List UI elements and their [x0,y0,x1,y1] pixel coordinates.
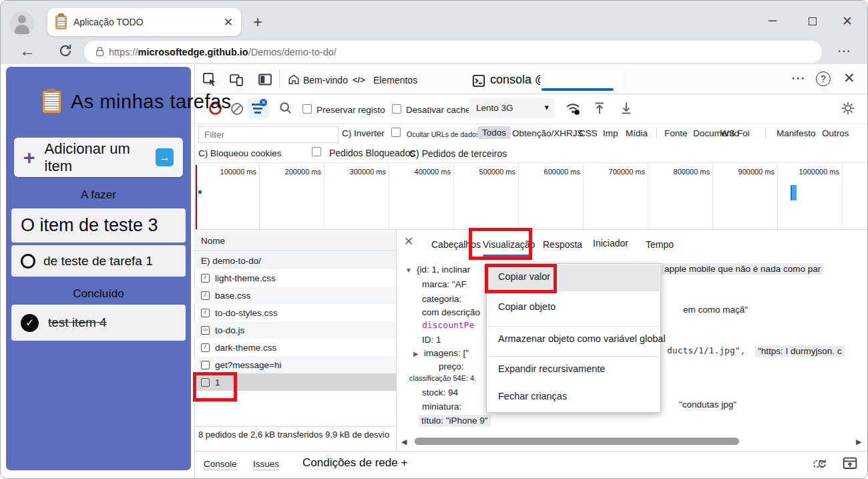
add-item-button[interactable]: + Adicionar um item [14,138,183,177]
inspect-element-icon[interactable] [202,72,217,90]
filter-toggle-icon[interactable]: ✕ [248,98,269,118]
refresh-button[interactable] [58,43,73,61]
new-tab-button[interactable] [253,14,262,30]
json-prop[interactable]: imagens: [" [424,348,469,358]
expand-panel-icon[interactable] [842,455,858,474]
device-emulation-icon[interactable] [229,72,244,90]
devtools-more-button[interactable] [791,71,805,85]
table-row[interactable]: dark-theme.css [194,339,396,356]
disable-cache-label[interactable]: Desativar cache [406,105,471,115]
clear-activity-icon[interactable] [813,456,827,474]
filter-type-font[interactable]: Fonte [664,128,688,138]
search-icon[interactable] [278,101,292,118]
invert-filter-label[interactable]: C) Inverter [342,128,385,138]
browser-tab[interactable]: Aplicação TODO [47,8,241,36]
filter-type-css[interactable]: CSS [579,128,598,138]
filter-type-all-selected[interactable]: Todos [477,126,511,139]
completed-item[interactable]: test item 4 [11,305,186,341]
unchecked-circle-icon[interactable] [21,254,35,269]
tab-response[interactable]: Resposta [543,239,582,250]
panel-splitter[interactable] [396,229,397,451]
third-party-label[interactable]: C) Pedidos de terceiros [409,148,507,159]
profile-avatar[interactable] [10,11,34,35]
json-value-overflow: "condutas jpg" [679,400,736,410]
window-minimize-button[interactable] [769,13,777,27]
hide-data-urls-label[interactable]: Ocultar URLs de dados [407,130,479,138]
invert-filter-checkbox[interactable] [391,128,401,137]
table-row[interactable]: light-theme.css [194,269,396,287]
json-prop[interactable]: ID: 1 [422,335,441,345]
window-maximize-button[interactable] [809,17,817,25]
network-table-header[interactable]: Nome [194,231,396,251]
blocked-requests-label[interactable]: Pedidos Bloqueados [329,148,415,158]
close-details-icon[interactable] [404,236,413,247]
drawer-tab-console[interactable]: Console [204,459,237,470]
url-path: /Demos/demo-to-do/ [248,47,337,57]
preserve-log-label[interactable]: Preservar registo [316,105,385,115]
preserve-log-checkbox[interactable] [302,104,312,114]
menu-store-global[interactable]: Armazenar objeto como variável global [498,333,666,344]
back-button[interactable] [19,43,35,59]
table-row[interactable]: get?message=hi [194,356,396,373]
filter-type-media[interactable]: Mídia [626,128,648,138]
json-prop[interactable]: miniatura: [422,402,461,412]
import-har-icon[interactable] [592,101,607,118]
json-prop[interactable]: marca: "AF [422,279,467,289]
tab-welcome[interactable]: Bem-vindo [303,75,348,86]
horizontal-scrollbar-thumb[interactable] [415,438,739,445]
drawer-tab-issues[interactable]: Issues [253,459,279,470]
tab-close-icon[interactable] [224,17,233,28]
throttling-select[interactable]: Lento 3G [469,98,554,118]
filter-type-wasm[interactable]: Foi [737,128,750,138]
blocked-cookies-label[interactable]: C) Bloqueou cookies [198,148,282,158]
help-icon[interactable]: ? [816,71,831,86]
scroll-right-arrow[interactable]: ▶ [856,438,861,446]
network-filter-input[interactable] [198,126,339,143]
browser-menu-button[interactable] [837,44,851,57]
clear-network-log-icon[interactable] [231,103,243,115]
tab-elements[interactable]: Elementos [373,75,417,86]
blocked-requests-checkbox[interactable] [312,147,321,156]
json-prop[interactable]: classificação 54E: 4. [409,374,476,382]
json-prop[interactable]: stock: 94 [422,387,458,397]
export-har-icon[interactable] [619,101,634,118]
menu-expand-recursively[interactable]: Expandir recursivamente [498,363,605,374]
request-bar-blue[interactable] [791,185,797,200]
json-prop[interactable]: preço: [439,361,464,371]
filter-type-xhr[interactable]: Obtenção/XHRJS [512,128,584,138]
tab-initiator[interactable]: Iniciador [593,238,628,249]
table-row[interactable]: to-do-styles.css [194,304,396,321]
table-row[interactable]: E) demo-to-do/ [194,252,396,269]
network-conditions-icon[interactable] [565,100,581,119]
json-prop[interactable]: categoria: [422,294,461,304]
submit-arrow-icon[interactable] [156,148,174,166]
filter-type-manifest[interactable]: Manifesto [777,128,816,138]
json-root[interactable]: {id: 1, inclinar [417,265,470,275]
expand-open-icon[interactable]: ▼ [405,267,412,274]
scroll-left-arrow[interactable]: ◀ [401,438,407,446]
expand-closed-icon[interactable]: ▶ [413,350,419,357]
filter-type-img[interactable]: Imp [603,128,618,138]
network-settings-gear-icon[interactable] [841,101,855,118]
hidden-tab-label[interactable] [540,71,622,88]
window-close-button[interactable] [842,15,853,27]
divider [765,128,766,138]
table-row[interactable]: to-do.js [194,321,396,339]
checked-circle-icon[interactable] [21,314,39,332]
json-prop-titulo[interactable]: título: "iPhone 9" [419,415,491,426]
json-prop[interactable]: com descrição [422,307,480,317]
dock-side-icon[interactable] [258,72,272,90]
drawer-tab-network-conditions[interactable]: Condições de rede + [302,456,407,470]
disable-cache-checkbox[interactable] [392,104,401,114]
table-row[interactable]: base.css [194,287,396,304]
todo-item[interactable]: O item de teste 3 [11,208,186,243]
json-prop[interactable]: discountPe [422,320,474,330]
menu-collapse-children[interactable]: Fechar crianças [498,391,567,402]
devtools-close-button[interactable] [843,71,855,85]
address-bar[interactable]: https://microsoftedge.github.io/Demos/de… [84,41,822,63]
filter-type-other[interactable]: Outros [822,128,849,138]
todo-item[interactable]: de teste de tarefa 1 [11,245,186,277]
menu-copy-object[interactable]: Copiar objeto [498,301,556,312]
tab-timing[interactable]: Tempo [646,239,674,250]
filter-type-ws[interactable]: WS [720,128,735,138]
